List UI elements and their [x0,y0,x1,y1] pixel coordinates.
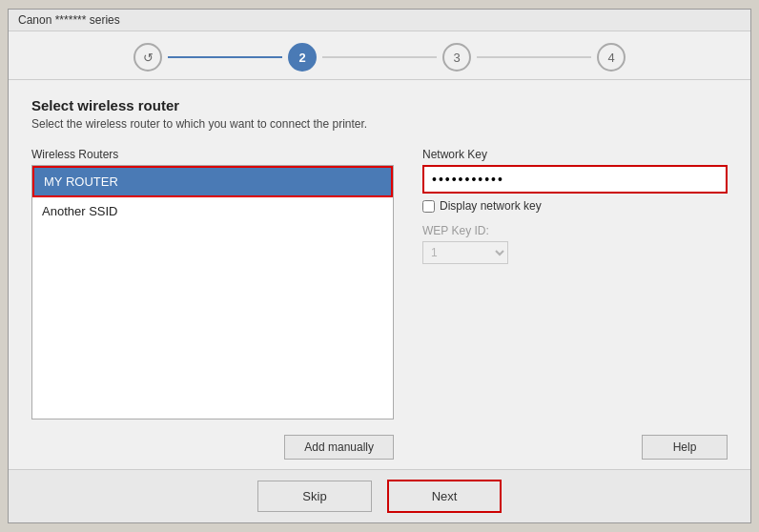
section-title: Select wireless router [31,97,728,113]
add-manually-button[interactable]: Add manually [284,435,394,460]
next-button[interactable]: Next [387,480,502,513]
step-4: 4 [591,43,631,72]
router-item-0[interactable]: MY ROUTER [32,166,393,197]
skip-button[interactable]: Skip [257,481,372,512]
wep-key-id-select[interactable]: 1 2 3 4 [422,241,508,264]
step-1: ↺ [128,43,168,72]
main-area: Wireless Routers MY ROUTER Another SSID … [31,148,728,460]
window-title: Canon ******* series [18,13,120,27]
step-line-1-2 [168,56,282,58]
left-panel-actions: Add manually [31,427,394,460]
stepper: ↺ 2 3 4 [9,31,750,80]
step-circle-4[interactable]: 4 [597,43,626,72]
footer: Skip Next [9,469,750,522]
step-3: 3 [437,43,477,72]
wep-key-id-label: WEP Key ID: [422,224,728,237]
content-area: Select wireless router Select the wirele… [9,80,750,469]
help-button[interactable]: Help [642,435,728,460]
left-panel: Wireless Routers MY ROUTER Another SSID … [31,148,394,460]
network-key-input[interactable] [422,165,728,194]
title-bar: Canon ******* series [9,10,750,31]
display-network-key-label: Display network key [440,199,542,213]
step-circle-3[interactable]: 3 [442,43,471,72]
display-network-key-checkbox[interactable] [422,200,435,213]
step-line-2-3 [322,56,437,58]
step-circle-2[interactable]: 2 [288,43,317,72]
network-key-label: Network Key [422,148,728,161]
step-line-3-4 [477,56,591,58]
main-window: Canon ******* series ↺ 2 3 4 Select wire… [8,9,751,523]
router-item-1[interactable]: Another SSID [32,197,393,225]
router-list[interactable]: MY ROUTER Another SSID [31,165,394,419]
step-2: 2 [282,43,322,72]
step-circle-1[interactable]: ↺ [133,43,162,72]
wireless-routers-label: Wireless Routers [31,148,394,161]
section-description: Select the wireless router to which you … [31,117,728,131]
right-panel: Network Key Display network key WEP Key … [422,148,728,460]
display-network-key-row: Display network key [422,199,728,213]
